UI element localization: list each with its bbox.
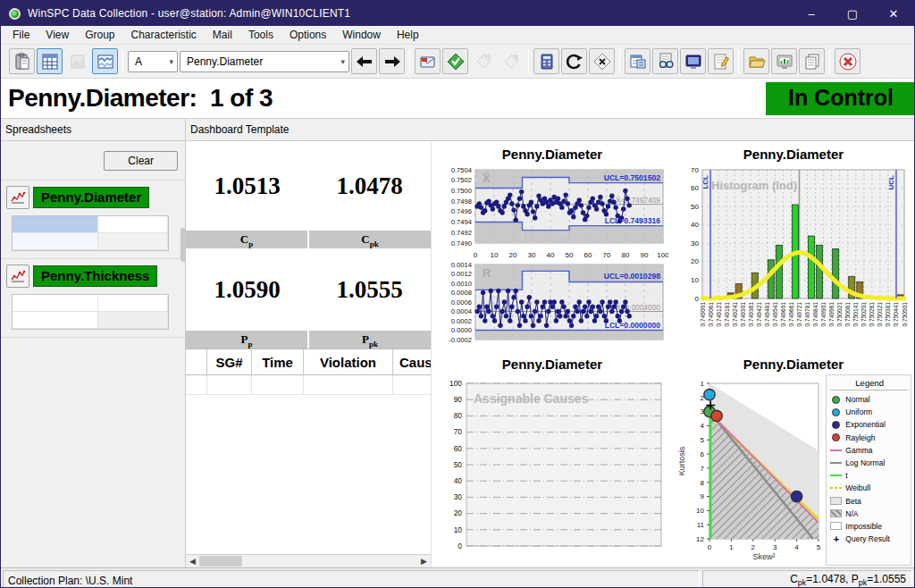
legend-swatch <box>830 484 842 492</box>
violations-table-body <box>186 395 431 554</box>
data-point <box>506 289 510 293</box>
mini-cell[interactable] <box>98 216 168 233</box>
x-axis-label: Skew² <box>752 552 775 560</box>
group-dropdown[interactable]: A ▾ <box>128 51 178 72</box>
violations-table: SG#TimeViolationCause ◀ ▶ <box>186 349 431 567</box>
y-tick-label: -0.0002 <box>449 336 472 344</box>
clear-button[interactable]: Clear <box>104 151 178 171</box>
x-tick-label: 3 <box>773 543 777 551</box>
y-tick-label: 90 <box>454 395 463 404</box>
scroll-left-icon[interactable]: ◀ <box>186 555 199 568</box>
menu-item-file[interactable]: File <box>4 27 38 43</box>
ok-button[interactable] <box>442 48 468 74</box>
mini-cell[interactable] <box>13 295 98 312</box>
previous-characteristic-button[interactable] <box>351 48 377 74</box>
y-tick-label: 6 <box>701 450 705 458</box>
menu-item-tools[interactable]: Tools <box>240 27 281 43</box>
status-badge: In Control <box>766 82 914 115</box>
open-folder-button[interactable] <box>743 48 769 74</box>
data-point <box>616 314 620 318</box>
x-tick-label: 70 <box>603 251 611 259</box>
sidebar-item-penny-diameter[interactable]: Penny.Diameter <box>1 181 185 259</box>
panel-corner-label: R <box>483 266 491 280</box>
data-point <box>592 318 597 323</box>
review-data-button[interactable] <box>652 48 678 74</box>
menu-item-view[interactable]: View <box>38 27 77 43</box>
edit-notes-button[interactable] <box>708 48 734 74</box>
y-tick-label: 0.0004 <box>451 307 472 315</box>
data-point <box>491 314 495 318</box>
copy-pages-button[interactable] <box>799 48 825 74</box>
y-tick-label: 30 <box>691 239 699 248</box>
menu-item-group[interactable]: Group <box>77 27 122 43</box>
data-point <box>516 309 520 314</box>
data-point <box>608 299 612 304</box>
distribution-point-uniform <box>704 389 715 399</box>
collection-plan-notes-button[interactable] <box>625 48 651 74</box>
menu-item-window[interactable]: Window <box>334 27 389 43</box>
legend-label: Log Normal <box>845 458 885 467</box>
data-point <box>573 305 577 309</box>
out-of-control-zone <box>569 226 663 243</box>
next-characteristic-button[interactable] <box>379 48 405 74</box>
mini-spreadsheet[interactable] <box>12 294 169 330</box>
menu-item-options[interactable]: Options <box>281 27 334 43</box>
menu-item-characteristic[interactable]: Characteristic <box>123 27 205 43</box>
close-button[interactable]: ✕ <box>873 1 914 26</box>
legend-label: t <box>845 471 847 480</box>
calculator-button[interactable] <box>533 48 559 74</box>
data-point <box>611 200 616 205</box>
menu-item-mail[interactable]: Mail <box>205 27 240 43</box>
menu-item-help[interactable]: Help <box>389 27 427 43</box>
sidebar-item-penny-thickness[interactable]: Penny.Thickness <box>1 259 185 338</box>
refresh-icon <box>566 53 583 71</box>
mini-cell[interactable] <box>98 295 168 312</box>
y-tick-label: 10 <box>691 276 699 284</box>
data-point <box>538 314 542 318</box>
pp-label: Pp <box>186 331 307 349</box>
legend-label: Impossible <box>845 522 882 531</box>
mini-cell[interactable] <box>13 312 98 329</box>
scroll-right-icon[interactable]: ▶ <box>417 555 431 568</box>
charts-grid: Penny.Diameter 0.74900.74920.74940.74960… <box>432 141 914 567</box>
mini-cell[interactable] <box>13 233 98 250</box>
data-point <box>613 299 617 304</box>
monitor-chart-button[interactable] <box>771 48 797 74</box>
data-point <box>508 318 512 323</box>
y-tick-label: 0.0014 <box>451 261 472 269</box>
y-tick-label: 0.7500 <box>451 187 472 195</box>
cancel-button[interactable] <box>589 48 615 74</box>
mini-spreadsheet[interactable] <box>12 215 169 251</box>
characteristic-dropdown[interactable]: Penny.Diameter ▾ <box>180 51 349 72</box>
sidebar-scrollbar-thumb[interactable] <box>180 228 186 262</box>
paste-button[interactable] <box>9 48 35 74</box>
violations-table-header: SG#TimeViolationCause <box>186 349 431 375</box>
mini-cell-selected[interactable] <box>13 216 98 233</box>
data-point <box>571 314 575 318</box>
mini-cell[interactable] <box>98 312 168 329</box>
mini-cell[interactable] <box>98 233 168 250</box>
y-tick-label: 11 <box>697 521 705 529</box>
minimize-button[interactable]: – <box>791 1 832 26</box>
chart-view-button[interactable] <box>92 48 118 74</box>
chart-shortcut-button[interactable] <box>6 265 29 288</box>
chart-shortcut-button[interactable] <box>6 186 29 209</box>
lcl-label: LCL=0.0000000 <box>605 321 661 330</box>
legend-swatch <box>830 472 842 480</box>
data-point <box>483 208 487 213</box>
maximize-button[interactable]: ▢ <box>832 1 873 26</box>
mail-button[interactable] <box>415 48 441 74</box>
horizontal-scrollbar[interactable]: ◀ ▶ <box>186 554 431 567</box>
y-tick-label: 50 <box>454 460 463 469</box>
scrollbar-thumb[interactable] <box>199 556 242 567</box>
data-point <box>577 299 582 304</box>
screen-template-button[interactable] <box>680 48 706 74</box>
data-point <box>531 209 535 214</box>
spreadsheet-view-button[interactable] <box>37 48 63 74</box>
x-tick-label: 50 <box>566 251 574 259</box>
sidebar-item-label: Penny.Diameter <box>33 187 149 208</box>
copy-pages-icon <box>803 53 821 71</box>
stop-collection-button[interactable] <box>835 48 860 74</box>
refresh-button[interactable] <box>561 48 587 74</box>
legend-item-t: t <box>830 469 909 482</box>
